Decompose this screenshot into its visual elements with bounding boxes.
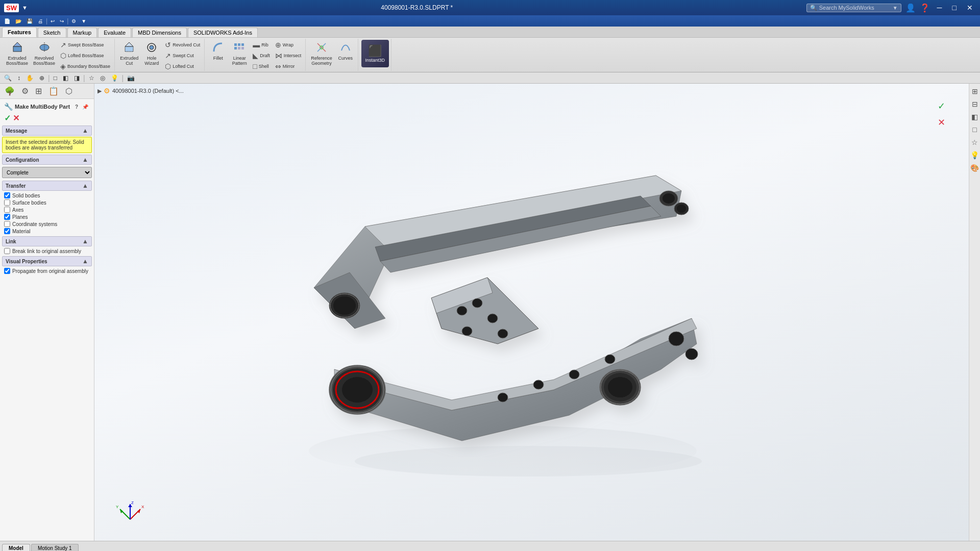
print-button[interactable]: 🖨 bbox=[36, 18, 45, 24]
mirror-button[interactable]: ⇔ Mirror bbox=[273, 61, 304, 71]
svg-rect-10 bbox=[241, 43, 244, 46]
user-icon[interactable]: 👤 bbox=[905, 3, 916, 13]
search-input[interactable] bbox=[819, 5, 891, 11]
linear-pattern-button[interactable]: LinearPattern bbox=[229, 40, 250, 68]
planes-item: Planes bbox=[2, 213, 92, 220]
open-button[interactable]: 📂 bbox=[13, 18, 23, 24]
fillet-button[interactable]: Fillet bbox=[208, 40, 228, 63]
maximize-button[interactable]: □ bbox=[949, 3, 960, 13]
svg-rect-0 bbox=[13, 46, 21, 52]
right-appearance-icon[interactable]: 🎨 bbox=[969, 162, 980, 173]
extruded-boss-base-icon bbox=[11, 41, 23, 55]
revolved-boss-base-button[interactable]: RevolvedBoss/Base bbox=[31, 40, 57, 68]
swept-cut-button[interactable]: ↗ Swept Cut bbox=[163, 51, 202, 61]
coord-systems-checkbox[interactable] bbox=[4, 221, 10, 227]
right-display-icon[interactable]: □ bbox=[971, 124, 978, 135]
rebuild-button[interactable]: ⚙ bbox=[69, 18, 78, 24]
extruded-cut-button[interactable]: ExtrudedCut bbox=[118, 40, 140, 68]
tab-markup[interactable]: Markup bbox=[67, 28, 97, 37]
break-link-checkbox[interactable] bbox=[4, 248, 10, 254]
shell-button[interactable]: □ Shell bbox=[251, 61, 272, 71]
title-bar-left: SW ▼ bbox=[4, 4, 28, 12]
options-dropdown[interactable]: ▼ bbox=[79, 18, 88, 24]
curves-button[interactable]: Curves bbox=[335, 40, 356, 63]
redo-button[interactable]: ↪ bbox=[58, 18, 66, 24]
revolved-boss-base-icon bbox=[38, 41, 51, 55]
propagate-checkbox[interactable] bbox=[4, 268, 10, 274]
extruded-boss-base-label: ExtrudedBoss/Base bbox=[6, 56, 28, 66]
reference-geometry-button[interactable]: ReferenceGeometry bbox=[309, 40, 334, 68]
panel-feature-tree-icon[interactable]: 🌳 bbox=[2, 85, 17, 97]
vp-rotate[interactable]: ↕ bbox=[15, 74, 22, 82]
vp-section[interactable]: ◧ bbox=[61, 74, 70, 82]
vp-zoom[interactable]: ⊕ bbox=[37, 74, 46, 82]
tab-sketch[interactable]: Sketch bbox=[38, 28, 66, 37]
right-view-1-icon[interactable]: ⊞ bbox=[970, 86, 979, 97]
undo-button[interactable]: ↩ bbox=[48, 18, 57, 24]
panel-properties-icon[interactable]: ⚙ bbox=[19, 85, 31, 97]
ok-button[interactable]: ✓ bbox=[4, 113, 11, 123]
tab-addins[interactable]: SOLIDWORKS Add-Ins bbox=[188, 28, 258, 37]
float-cancel-button[interactable]: ✕ bbox=[934, 115, 948, 130]
minimize-button[interactable]: ─ bbox=[934, 3, 945, 13]
tree-arrow-icon: ▶ bbox=[97, 88, 102, 94]
intersect-button[interactable]: ⋈ Intersect bbox=[273, 51, 304, 61]
viewport[interactable]: ▶ ⚙ 40098001-R3.0 (Default) <... bbox=[94, 84, 969, 541]
hole-wizard-button[interactable]: HoleWizard bbox=[141, 40, 162, 68]
instant3d-button[interactable]: ⬛ Instant3D bbox=[361, 40, 389, 67]
link-section-header[interactable]: Link ▲ bbox=[2, 236, 92, 246]
vp-camera[interactable]: 📷 bbox=[125, 74, 137, 82]
motion-study-tab[interactable]: Motion Study 1 bbox=[31, 544, 79, 551]
rib-button[interactable]: ▬ Rib bbox=[251, 40, 272, 50]
right-lights-icon[interactable]: 💡 bbox=[969, 149, 980, 161]
quick-access-icon: ▼ bbox=[22, 5, 28, 11]
revolved-cut-button[interactable]: ↺ Revolved Cut bbox=[163, 40, 202, 50]
vp-zoom-fit[interactable]: 🔍 bbox=[2, 74, 14, 82]
close-button[interactable]: ✕ bbox=[964, 3, 976, 13]
right-view-3-icon[interactable]: ◧ bbox=[970, 111, 979, 122]
vp-appearance[interactable]: ☆ bbox=[87, 74, 96, 82]
vp-view[interactable]: ◨ bbox=[72, 74, 82, 82]
swept-boss-base-button[interactable]: ↗ Swept Boss/Base bbox=[58, 40, 112, 50]
axes-checkbox[interactable] bbox=[4, 207, 10, 213]
tab-mbd[interactable]: MBD Dimensions bbox=[132, 28, 187, 37]
tab-evaluate[interactable]: Evaluate bbox=[98, 28, 131, 37]
panel-config-icon[interactable]: ⊞ bbox=[33, 85, 44, 97]
vp-display-style[interactable]: □ bbox=[52, 74, 59, 82]
save-button[interactable]: 💾 bbox=[24, 18, 35, 24]
surface-bodies-checkbox[interactable] bbox=[4, 199, 10, 206]
planes-checkbox[interactable] bbox=[4, 214, 10, 220]
right-scene-icon[interactable]: ☆ bbox=[970, 137, 979, 148]
right-view-2-icon[interactable]: ⊟ bbox=[970, 98, 979, 110]
lofted-boss-base-button[interactable]: ⬡ Lofted Boss/Base bbox=[58, 51, 112, 61]
lofted-cut-button[interactable]: ⬡ Lofted Cut bbox=[163, 61, 202, 71]
vp-scene[interactable]: ◎ bbox=[98, 74, 107, 82]
panel-help-button[interactable]: ? bbox=[74, 104, 80, 110]
panel-pin-button[interactable]: 📌 bbox=[81, 104, 90, 110]
float-ok-button[interactable]: ✓ bbox=[934, 99, 948, 113]
panel-custom-icon[interactable]: 📋 bbox=[46, 85, 61, 97]
vp-lighting[interactable]: 💡 bbox=[109, 74, 120, 82]
extruded-boss-base-button[interactable]: ExtrudedBoss/Base bbox=[4, 40, 30, 68]
cancel-button[interactable]: ✕ bbox=[13, 113, 19, 123]
boundary-boss-base-button[interactable]: ◈ Boundary Boss/Base bbox=[58, 61, 112, 71]
new-button[interactable]: 📄 bbox=[2, 18, 12, 24]
wrap-button[interactable]: ⊕ Wrap bbox=[273, 40, 304, 50]
draft-label: Draft bbox=[260, 53, 270, 58]
message-section-header[interactable]: Message ▲ bbox=[2, 126, 92, 136]
panel-more-icon[interactable]: ⬡ bbox=[63, 85, 75, 97]
tab-features[interactable]: Features bbox=[2, 27, 37, 37]
visual-props-section-header[interactable]: Visual Properties ▲ bbox=[2, 256, 92, 266]
vp-pan[interactable]: ✋ bbox=[24, 74, 36, 82]
svg-point-33 bbox=[342, 377, 373, 403]
draft-button[interactable]: ◣ Draft bbox=[251, 51, 272, 61]
transfer-section-header[interactable]: Transfer ▲ bbox=[2, 181, 92, 191]
model-tab[interactable]: Model bbox=[2, 544, 30, 551]
search-bar[interactable]: 🔍 ▼ bbox=[806, 4, 901, 12]
config-select[interactable]: Complete Default bbox=[2, 167, 92, 178]
solid-bodies-checkbox[interactable] bbox=[4, 192, 10, 198]
help-icon[interactable]: ❓ bbox=[920, 3, 930, 13]
material-checkbox[interactable] bbox=[4, 228, 10, 234]
surface-bodies-label: Surface bodies bbox=[12, 200, 46, 206]
config-section-header[interactable]: Configuration ▲ bbox=[2, 155, 92, 165]
